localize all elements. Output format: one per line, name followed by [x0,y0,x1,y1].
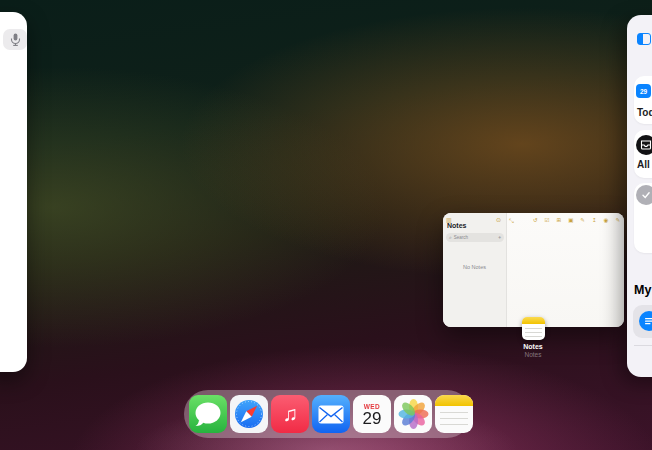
notes-dock-icon[interactable] [435,395,473,433]
microphone-icon [10,33,21,46]
check-icon [636,185,652,205]
camera-icon [568,218,573,224]
notes-content-area [507,213,624,327]
notes-sidebar: Notes ⌕ Search ⌖ No Notes [443,213,507,327]
my-lists-header: My Lists [634,283,652,297]
all-label: All [637,159,650,170]
messages-app-icon[interactable] [189,395,227,433]
reminders-sidebar-edge[interactable]: 29 Today All My Lists [627,15,652,377]
notes-window-thumbnail[interactable]: Notes ⌕ Search ⌖ No Notes [443,213,624,327]
search-placeholder: Search [454,235,496,240]
smart-list-today[interactable]: 29 Today [634,76,652,124]
calendar-day: 29 [363,410,382,427]
divider [634,345,652,346]
no-notes-text: No Notes [443,264,506,270]
tray-icon [636,135,652,155]
compass-icon [230,395,268,433]
left-app-window-edge[interactable] [0,12,27,372]
compose-icon [615,218,620,224]
notes-icon-lines [525,328,542,337]
today-label: Today [637,107,652,118]
music-app-icon[interactable]: ♫ [271,395,309,433]
mic-button[interactable] [3,29,27,50]
envelope-icon [318,405,344,424]
app-name-label: Notes [503,343,563,350]
ellipsis-circle-icon [496,217,501,223]
smart-list-all[interactable]: All [634,130,652,178]
smart-list-completed[interactable] [634,183,652,253]
notes-title: Notes [447,222,466,229]
table-icon [557,218,562,224]
sidebar-toggle-icon[interactable] [637,33,651,45]
notes-app-entry[interactable]: Notes Notes [503,317,563,358]
notes-app-icon[interactable] [522,317,545,340]
notes-icon-yellow-band [435,395,473,406]
speech-bubble-icon [189,395,227,433]
notes-icon-yellow-band [522,317,545,324]
share-icon [592,218,597,224]
dock: ♫ WED 29 [184,390,471,438]
list-bullet-icon [639,311,652,331]
ipad-screen: Notes ⌕ Search ⌖ No Notes [0,0,652,450]
selected-list-row[interactable] [633,305,652,338]
undo-icon [533,218,538,224]
today-calendar-icon: 29 [636,84,651,98]
notes-toolbar [533,218,620,224]
photos-app-icon[interactable] [394,395,432,433]
calendar-app-icon[interactable]: WED 29 [353,395,391,433]
window-title-label: Notes [503,351,563,358]
more-icon [604,218,609,224]
checklist-icon [545,218,550,224]
notes-icon-lines [440,412,468,426]
magnifier-icon: ⌕ [449,235,452,240]
mail-app-icon[interactable] [312,395,350,433]
expand-icon [509,218,514,224]
notes-search-field: ⌕ Search ⌖ [446,233,504,242]
safari-app-icon[interactable] [230,395,268,433]
mic-icon: ⌖ [498,235,501,240]
markup-icon [580,218,585,224]
music-note-icon: ♫ [282,402,298,426]
